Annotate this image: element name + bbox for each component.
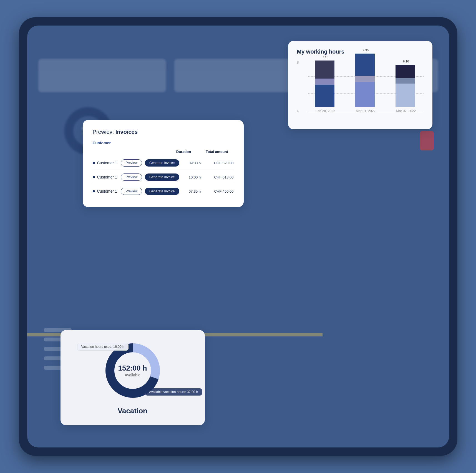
duration-value-3: 07:35 h [184, 189, 206, 193]
tablet-screen: 47:45 h This week My working hours 8 4 [27, 26, 449, 447]
customer-dot-1 [93, 162, 95, 164]
tablet-frame: 47:45 h This week My working hours 8 4 [19, 17, 457, 456]
preview-button-1[interactable]: Preview [121, 159, 142, 167]
bar-label-mar02: 6.10 [396, 60, 416, 63]
col-total-label: Total amount [200, 150, 234, 154]
invoices-section-label: Customer [93, 141, 234, 145]
customer-name-1: Customer 1 [97, 161, 121, 165]
x-label-mar01: Mar 01, 2022 [356, 109, 376, 113]
amount-value-1: CHF 520.00 [206, 161, 234, 165]
bar-group-mar02: 6.10 Mar 02, 2022 [389, 61, 423, 113]
chart-y-labels: 8 4 [297, 61, 301, 113]
duration-value-2: 10:00 h [184, 175, 206, 179]
y-label-8: 8 [297, 61, 299, 64]
invoice-row-3: Customer 1 Preview Generate Invoice 07:3… [93, 184, 234, 198]
tooltip-vacation-used: Vacation hours used: 16:00 h [77, 343, 129, 351]
vacation-title: Vacation [72, 407, 194, 415]
bar-group-feb28: 7.10 Feb 28, 2022 [308, 61, 343, 113]
invoice-row-1: Customer 1 Preview Generate Invoice 09:0… [93, 156, 234, 170]
invoice-row-2: Customer 1 Preview Generate Invoice 10:0… [93, 170, 234, 184]
donut-hours: 152:00 h [118, 364, 147, 373]
amount-value-3: CHF 450.00 [206, 189, 234, 193]
bar-seg-2-mid [355, 76, 375, 82]
y-label-4: 4 [297, 109, 299, 113]
bar-seg-3-bot [396, 84, 415, 107]
donut-wrapper: Vacation hours used: 16:00 h 152:00 h Av… [72, 340, 194, 401]
duration-value-1: 09:00 h [184, 161, 206, 165]
donut-center: 152:00 h Available [118, 364, 147, 378]
customer-dot-3 [93, 190, 95, 192]
customer-dot-2 [93, 176, 95, 178]
x-label-feb28: Feb 28, 2022 [316, 109, 335, 113]
generate-invoice-button-2[interactable]: Generate Invoice [145, 173, 179, 181]
bar-stack-feb28 [315, 61, 334, 107]
bar-group-mar01: 9.35 Mar 01, 2022 [348, 61, 383, 113]
generate-invoice-button-3[interactable]: Generate Invoice [145, 188, 179, 195]
invoice-column-headers: Duration Total amount [93, 150, 234, 154]
customer-name-2: Customer 1 [97, 175, 121, 179]
tooltip-vacation-available: Available vacation hours: 37:00 h [145, 388, 202, 396]
donut-available-label: Available [125, 373, 140, 377]
bg-red-button [420, 131, 434, 150]
bg-card-2 [174, 59, 302, 92]
bar-stack-mar02 [396, 65, 415, 107]
bar-seg-1-bot [315, 85, 334, 107]
bg-card-1 [38, 59, 166, 92]
prewiev-type: Invoices [115, 129, 138, 135]
bar-seg-2-bot [355, 82, 375, 107]
bars-container: 7.10 Feb 28, 2022 [308, 61, 424, 113]
prewiev-title: Prewiev: Invoices [93, 129, 234, 135]
bar-seg-3-top [396, 65, 415, 78]
bar-label-feb28: 7.10 [315, 56, 336, 59]
bar-label-mar01: 9.35 [355, 49, 376, 52]
bar-seg-1-mid [315, 79, 334, 85]
vacation-card: Vacation hours used: 16:00 h 152:00 h Av… [61, 330, 205, 425]
col-duration-label: Duration [167, 150, 200, 154]
invoices-card: Prewiev: Invoices Customer Duration Tota… [83, 120, 244, 207]
amount-value-2: CHF 618.00 [206, 175, 234, 179]
bar-seg-1-top [315, 61, 334, 79]
prewiev-label: Prewiev: [93, 129, 114, 135]
bar-stack-mar01 [355, 54, 375, 107]
preview-button-3[interactable]: Preview [121, 188, 142, 195]
working-hours-card: My working hours 8 4 7.10 [288, 41, 432, 129]
x-label-mar02: Mar 02, 2022 [396, 109, 416, 113]
working-hours-chart: 8 4 7.10 [297, 61, 424, 122]
preview-button-2[interactable]: Preview [121, 173, 142, 181]
bar-seg-2-top [355, 54, 375, 76]
bar-seg-3-mid [396, 78, 415, 84]
generate-invoice-button-1[interactable]: Generate Invoice [145, 159, 179, 167]
customer-name-3: Customer 1 [97, 189, 121, 193]
